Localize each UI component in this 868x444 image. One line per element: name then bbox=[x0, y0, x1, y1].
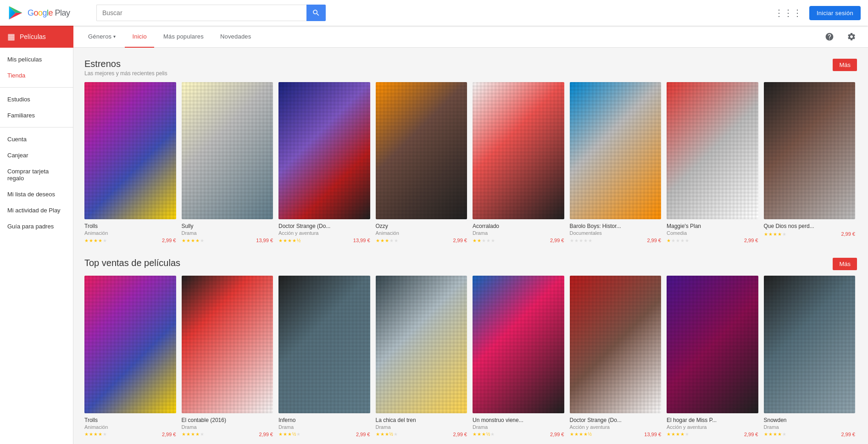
movie-title: Doctor Strange (Do... bbox=[570, 417, 662, 423]
star-empty: ★ bbox=[200, 432, 204, 437]
movie-card[interactable]: Doctor Strange (Do... Acción y aventura … bbox=[570, 276, 662, 437]
search-icon bbox=[312, 9, 320, 17]
pixel-overlay bbox=[473, 276, 564, 413]
estrenos-section-header: Estrenos Las mejores y más recientes pel… bbox=[84, 59, 857, 77]
movie-card[interactable]: Snowden Drama ★★★★★ 2,99 € bbox=[764, 276, 856, 437]
tab-novedades[interactable]: Novedades bbox=[213, 26, 259, 48]
star-filled: ★ bbox=[283, 238, 287, 243]
movie-card[interactable]: Acorralado Drama ★★★★★ 2,99 € bbox=[473, 82, 564, 243]
help-icon[interactable] bbox=[820, 28, 839, 46]
movie-card[interactable]: Doctor Strange (Do... Acción y aventura … bbox=[278, 82, 370, 243]
movie-card[interactable]: La chica del tren Drama ★★★½★ 2,99 € bbox=[376, 276, 467, 437]
star-filled: ★ bbox=[778, 232, 782, 237]
sidebar-item-mi-lista[interactable]: Mi lista de deseos bbox=[0, 186, 73, 202]
movie-price: 2,99 € bbox=[162, 238, 176, 243]
header: Google Play ⋮⋮⋮ Iniciar sesión bbox=[0, 0, 868, 26]
sidebar-item-estudios[interactable]: Estudios bbox=[0, 91, 73, 107]
movie-title: El contable (2016) bbox=[182, 417, 273, 423]
sidebar-item-guia-padres[interactable]: Guía para padres bbox=[0, 218, 73, 234]
movie-genre: Acción y aventura bbox=[570, 424, 662, 430]
sidebar-item-familiares[interactable]: Familiares bbox=[0, 107, 73, 123]
movie-title: Maggie's Plan bbox=[667, 223, 758, 229]
movie-genre: Animación bbox=[84, 424, 176, 430]
top-ventas-mas-button[interactable]: Más bbox=[833, 258, 857, 270]
movie-card[interactable]: El contable (2016) Drama ★★★★★ 2,99 € bbox=[182, 276, 273, 437]
star-filled: ★ bbox=[676, 432, 680, 437]
star-filled: ★ bbox=[84, 238, 89, 243]
movie-rating-row: ★★★★★ 13,99 € bbox=[182, 238, 273, 243]
tab-inicio[interactable]: Inicio bbox=[125, 26, 154, 48]
sidebar-item-cuenta[interactable]: Cuenta bbox=[0, 131, 73, 147]
pixel-overlay bbox=[182, 276, 273, 413]
movie-card[interactable]: Barolo Boys: Histor... Documentales ★★★★… bbox=[570, 82, 662, 243]
estrenos-subtitle: Las mejores y más recientes pelis bbox=[84, 70, 833, 77]
pixel-overlay bbox=[764, 276, 856, 413]
grid-apps-icon[interactable]: ⋮⋮⋮ bbox=[774, 7, 802, 18]
star-rating: ★★★★½ bbox=[278, 238, 300, 243]
movie-card[interactable]: El hogar de Miss P... Acción y aventura … bbox=[667, 276, 758, 437]
movie-card[interactable]: Trolls Animación ★★★★★ 2,99 € bbox=[84, 276, 176, 437]
pixel-overlay bbox=[376, 82, 467, 219]
star-filled: ★ bbox=[283, 432, 287, 437]
movie-price: 2,99 € bbox=[259, 432, 273, 437]
movie-rating-row: ★★★★★ 2,99 € bbox=[473, 238, 564, 243]
estrenos-mas-button[interactable]: Más bbox=[833, 59, 857, 71]
movie-title: Trolls bbox=[84, 223, 176, 229]
star-empty: ★ bbox=[782, 432, 786, 437]
star-rating: ★★★★½ bbox=[570, 432, 592, 437]
star-empty: ★ bbox=[486, 238, 490, 243]
movie-card[interactable]: Ozzy Animación ★★★★★ 2,99 € bbox=[376, 82, 467, 243]
star-rating: ★★★★★ bbox=[667, 432, 689, 437]
sub-header: ▦ Películas Géneros ▾ Inicio Más popular… bbox=[0, 26, 868, 48]
tab-generos[interactable]: Géneros ▾ bbox=[81, 26, 123, 48]
movie-genre: Animación bbox=[84, 230, 176, 236]
nav-tabs: Géneros ▾ Inicio Más populares Novedades bbox=[73, 26, 266, 48]
sidebar-item-mi-actividad[interactable]: Mi actividad de Play bbox=[0, 202, 73, 218]
movie-title: Doctor Strange (Do... bbox=[278, 223, 370, 229]
movie-card[interactable]: Inferno Drama ★★★½★ 2,99 € bbox=[278, 276, 370, 437]
search-input[interactable] bbox=[96, 5, 306, 21]
movie-poster bbox=[570, 82, 662, 219]
star-empty: ★ bbox=[394, 432, 398, 437]
settings-icon[interactable] bbox=[842, 28, 861, 46]
sidebar-item-comprar-tarjeta[interactable]: Comprar tarjeta regalo bbox=[0, 163, 73, 186]
movie-card[interactable]: Trolls Animación ★★★★★ 2,99 € bbox=[84, 82, 176, 243]
movie-genre: Drama bbox=[182, 424, 273, 430]
signin-button[interactable]: Iniciar sesión bbox=[809, 6, 861, 20]
star-empty: ★ bbox=[671, 238, 675, 243]
star-rating: ★★★★★ bbox=[376, 238, 398, 243]
star-rating: ★★★★★ bbox=[764, 432, 786, 437]
movie-genre: Drama bbox=[376, 424, 467, 430]
star-filled: ★ bbox=[89, 238, 93, 243]
movie-card[interactable]: Un monstruo viene... Drama ★★★½★ 2,99 € bbox=[473, 276, 564, 437]
star-filled: ★ bbox=[385, 432, 389, 437]
movie-genre: Acción y aventura bbox=[278, 230, 370, 236]
star-filled: ★ bbox=[380, 432, 384, 437]
pixel-overlay bbox=[278, 82, 370, 219]
search-button[interactable] bbox=[306, 5, 326, 21]
movies-section-icon: ▦ bbox=[7, 32, 15, 42]
movie-price: 2,99 € bbox=[744, 432, 758, 437]
star-half: ½ bbox=[588, 432, 592, 437]
pixel-overlay bbox=[667, 82, 758, 219]
sidebar-item-mis-peliculas[interactable]: Mis películas bbox=[0, 51, 73, 67]
chevron-down-icon: ▾ bbox=[113, 34, 116, 39]
movie-rating-row: ★★★★★ 2,99 € bbox=[376, 238, 467, 243]
tab-populares[interactable]: Más populares bbox=[156, 26, 211, 48]
movie-title: Que Dios nos perd... bbox=[764, 223, 856, 229]
star-filled: ★ bbox=[579, 432, 583, 437]
star-filled: ★ bbox=[680, 432, 684, 437]
star-filled: ★ bbox=[292, 238, 296, 243]
sidebar-item-tienda[interactable]: Tienda bbox=[0, 67, 73, 83]
movie-price: 13,99 € bbox=[353, 238, 370, 243]
star-filled: ★ bbox=[764, 432, 768, 437]
star-empty: ★ bbox=[676, 238, 680, 243]
star-half: ½ bbox=[486, 432, 490, 437]
movie-card[interactable]: Maggie's Plan Comedia ★★★★★ 2,99 € bbox=[667, 82, 758, 243]
movie-card[interactable]: Que Dios nos perd... ★★★★★ 2,99 € bbox=[764, 82, 856, 243]
movie-rating-row: ★★★½★ 2,99 € bbox=[278, 432, 370, 437]
sidebar-item-canjear[interactable]: Canjear bbox=[0, 147, 73, 163]
movie-card[interactable]: Sully Drama ★★★★★ 13,99 € bbox=[182, 82, 273, 243]
movie-price: 2,99 € bbox=[550, 432, 564, 437]
star-rating: ★★★★★ bbox=[473, 238, 495, 243]
